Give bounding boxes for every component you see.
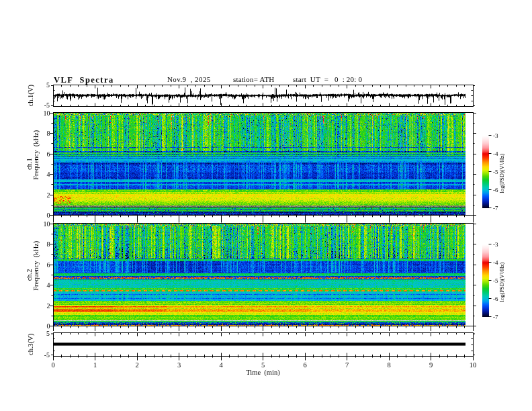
- svg-text:7: 7: [345, 361, 349, 369]
- svg-text:log(PSD)(V²/Hz): log(PSD)(V²/Hz): [498, 262, 505, 302]
- svg-text:0: 0: [51, 361, 54, 369]
- svg-text:6: 6: [47, 261, 50, 269]
- svg-text:1: 1: [93, 361, 97, 369]
- svg-text:4: 4: [47, 281, 50, 289]
- svg-text:8: 8: [387, 361, 390, 369]
- svg-text:4: 4: [47, 171, 50, 178]
- svg-text:9: 9: [429, 361, 433, 369]
- svg-text:start UT = 0 : 20: 0: start UT = 0 : 20: 0: [293, 75, 362, 83]
- svg-text:3: 3: [177, 361, 181, 369]
- svg-text:ch.1(V): ch.1(V): [27, 85, 35, 107]
- svg-text:VLF Spectra: VLF Spectra: [54, 75, 114, 85]
- svg-text:2: 2: [47, 302, 50, 310]
- svg-text:6: 6: [47, 150, 50, 158]
- svg-text:2: 2: [47, 191, 50, 199]
- svg-text:Time (min): Time (min): [246, 369, 280, 377]
- svg-text:-5: -5: [44, 351, 50, 359]
- svg-text:-3: -3: [493, 241, 498, 248]
- svg-text:Frequency (kHz): Frequency (kHz): [33, 240, 41, 291]
- svg-text:5: 5: [46, 330, 50, 337]
- svg-text:station= ATH: station= ATH: [233, 75, 274, 83]
- svg-text:10: 10: [470, 361, 477, 369]
- svg-text:5: 5: [261, 361, 265, 369]
- svg-text:-7: -7: [493, 314, 498, 320]
- svg-text:2: 2: [135, 361, 138, 369]
- svg-text:-3: -3: [493, 132, 498, 139]
- svg-text:5: 5: [46, 81, 50, 89]
- svg-text:log(PSD)(V²/Hz): log(PSD)(V²/Hz): [498, 153, 505, 193]
- svg-text:8: 8: [47, 240, 50, 248]
- svg-text:-5: -5: [44, 101, 50, 109]
- svg-text:0: 0: [47, 212, 50, 219]
- svg-text:Nov.9 , 2025: Nov.9 , 2025: [167, 75, 211, 83]
- svg-text:10: 10: [44, 220, 50, 228]
- svg-text:Frequency (kHz): Frequency (kHz): [33, 130, 41, 180]
- svg-text:-7: -7: [493, 205, 498, 212]
- svg-text:ch.3(V): ch.3(V): [27, 333, 35, 355]
- svg-text:0: 0: [47, 322, 50, 330]
- svg-text:10: 10: [44, 109, 50, 117]
- svg-text:8: 8: [47, 130, 50, 137]
- svg-text:4: 4: [219, 361, 223, 369]
- svg-text:6: 6: [303, 361, 306, 369]
